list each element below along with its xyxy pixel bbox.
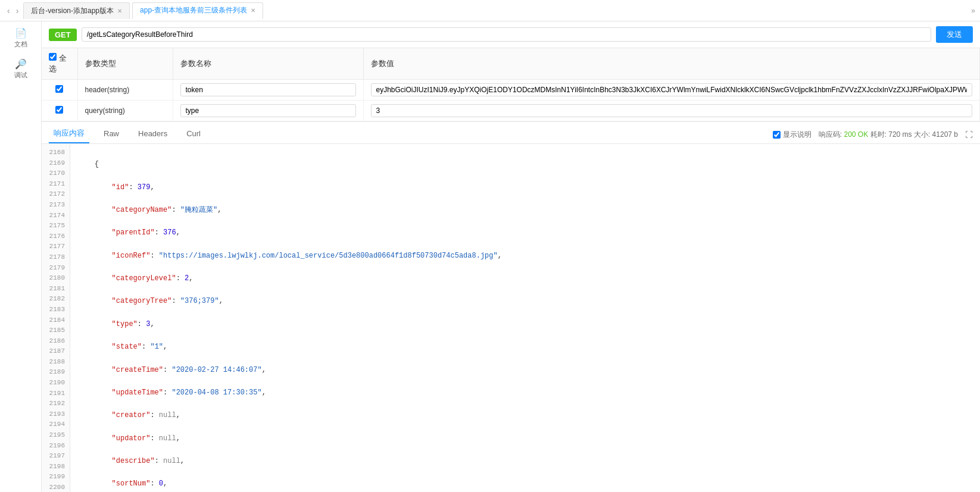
url-input[interactable] <box>82 27 931 42</box>
tab-category-label: app-查询本地服务前三级条件列表 <box>140 5 247 15</box>
top-tab-bar: ‹ › 后台-version-添加app版本 ✕ app-查询本地服务前三级条件… <box>0 0 980 21</box>
row2-value-input[interactable] <box>371 104 973 117</box>
show-desc-checkbox[interactable] <box>773 131 781 139</box>
table-row: query(string) <box>42 101 980 121</box>
params-table: 全选 参数类型 参数名称 参数值 header(string) <box>42 48 980 121</box>
nav-arrows: ‹ › <box>5 5 21 17</box>
show-desc-toggle[interactable]: 显示说明 <box>773 130 812 140</box>
status-code: 200 OK <box>844 130 869 139</box>
resp-tab-headers[interactable]: Headers <box>133 127 172 143</box>
content-area: GET 发送 全选 参数类型 参数名称 参数值 <box>42 21 980 492</box>
line-numbers: 2168216921702171 2172217321742175 217621… <box>42 144 70 492</box>
response-section: 响应内容 Raw Headers Curl 显示说明 响应码: 200 OK 耗… <box>42 122 980 492</box>
tab-more-icon[interactable]: » <box>971 7 975 15</box>
row1-value-input[interactable] <box>371 83 973 96</box>
sidebar: 📄 文档 🔎 调试 <box>0 21 42 492</box>
params-section: 全选 参数类型 参数名称 参数值 header(string) <box>42 48 980 122</box>
docs-icon: 📄 <box>15 27 27 39</box>
table-row: header(string) <box>42 80 980 101</box>
response-time: 720 ms <box>888 130 912 139</box>
show-desc-label: 显示说明 <box>783 130 812 140</box>
status-text: 响应码: 200 OK 耗时: 720 ms 大小: 41207 b <box>819 130 958 140</box>
row1-name-input[interactable] <box>180 83 356 96</box>
tab-category-close[interactable]: ✕ <box>251 7 255 14</box>
sidebar-item-docs[interactable]: 📄 文档 <box>14 27 27 49</box>
row2-type-cell: query(string) <box>77 101 173 121</box>
tab-category[interactable]: app-查询本地服务前三级条件列表 ✕ <box>132 2 263 19</box>
row2-checkbox[interactable] <box>55 106 63 114</box>
row2-name-cell <box>173 101 363 121</box>
col-header-select: 全选 <box>42 48 77 80</box>
row1-name-cell <box>173 80 363 101</box>
debug-icon: 🔎 <box>15 58 27 70</box>
sidebar-debug-label: 调试 <box>14 71 27 80</box>
nav-next-icon[interactable]: › <box>14 5 21 17</box>
col-header-name: 参数名称 <box>173 48 363 80</box>
row1-checkbox[interactable] <box>55 85 63 93</box>
row1-check-cell <box>42 80 77 101</box>
resp-tab-content[interactable]: 响应内容 <box>49 126 89 143</box>
code-content: { "id": 379, "categoryName": "腌粒蔬菜", "pa… <box>70 144 980 492</box>
send-button[interactable]: 发送 <box>936 26 973 43</box>
row1-type-cell: header(string) <box>77 80 173 101</box>
resp-tab-right: 显示说明 响应码: 200 OK 耗时: 720 ms 大小: 41207 b … <box>773 130 973 140</box>
tab-version-label: 后台-version-添加app版本 <box>31 6 114 16</box>
row2-name-input[interactable] <box>180 104 356 117</box>
tab-version[interactable]: 后台-version-添加app版本 ✕ <box>23 2 130 19</box>
select-all-checkbox[interactable] <box>49 53 57 61</box>
main-layout: 📄 文档 🔎 调试 GET 发送 全选 <box>0 21 980 492</box>
resp-tab-raw[interactable]: Raw <box>99 127 124 143</box>
row2-check-cell <box>42 101 77 121</box>
code-viewer[interactable]: 2168216921702171 2172217321742175 217621… <box>42 144 980 492</box>
nav-prev-icon[interactable]: ‹ <box>5 5 13 17</box>
url-bar: GET 发送 <box>42 21 980 48</box>
response-size: 41207 b <box>932 130 958 139</box>
sidebar-docs-label: 文档 <box>14 40 27 49</box>
sidebar-item-debug[interactable]: 🔎 调试 <box>14 58 27 80</box>
tab-version-close[interactable]: ✕ <box>117 8 122 14</box>
row2-value-cell <box>363 101 980 121</box>
col-header-type: 参数类型 <box>77 48 173 80</box>
row1-value-cell <box>363 80 980 101</box>
response-tabs: 响应内容 Raw Headers Curl 显示说明 响应码: 200 OK 耗… <box>42 122 980 144</box>
resp-tab-curl[interactable]: Curl <box>182 127 205 143</box>
method-badge: GET <box>49 29 77 41</box>
col-header-value: 参数值 <box>363 48 980 80</box>
fullscreen-icon[interactable]: ⛶ <box>965 130 973 139</box>
